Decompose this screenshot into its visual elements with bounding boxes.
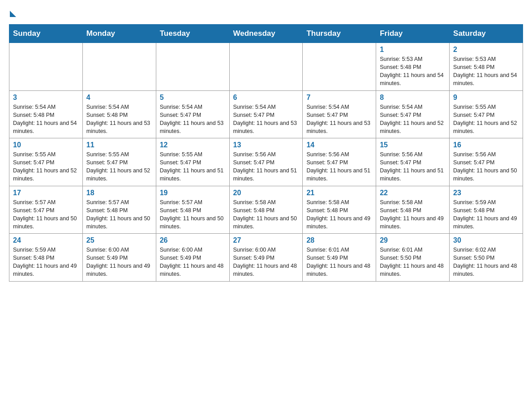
calendar-cell: 2Sunrise: 5:53 AMSunset: 5:48 PMDaylight… — [450, 43, 523, 91]
calendar-cell — [156, 43, 229, 91]
calendar-cell: 3Sunrise: 5:54 AMSunset: 5:48 PMDaylight… — [9, 90, 83, 138]
calendar-cell: 13Sunrise: 5:56 AMSunset: 5:47 PMDayligh… — [229, 138, 303, 186]
day-number: 25 — [86, 236, 152, 244]
day-number: 10 — [13, 141, 79, 149]
weekday-header-tuesday: Tuesday — [156, 25, 229, 43]
week-row-4: 17Sunrise: 5:57 AMSunset: 5:47 PMDayligh… — [9, 186, 523, 234]
day-info: Sunrise: 5:55 AMSunset: 5:47 PMDaylight:… — [453, 103, 519, 136]
day-number: 26 — [160, 236, 226, 244]
day-number: 24 — [13, 236, 79, 244]
day-info: Sunrise: 6:00 AMSunset: 5:49 PMDaylight:… — [233, 246, 299, 278]
calendar-cell: 28Sunrise: 6:01 AMSunset: 5:49 PMDayligh… — [303, 234, 376, 282]
day-number: 21 — [306, 189, 372, 197]
weekday-header-thursday: Thursday — [303, 25, 376, 43]
day-info: Sunrise: 6:00 AMSunset: 5:49 PMDaylight:… — [160, 246, 226, 278]
calendar-cell: 27Sunrise: 6:00 AMSunset: 5:49 PMDayligh… — [229, 234, 303, 282]
day-info: Sunrise: 6:01 AMSunset: 5:49 PMDaylight:… — [306, 246, 372, 278]
week-row-2: 3Sunrise: 5:54 AMSunset: 5:48 PMDaylight… — [9, 90, 523, 138]
day-number: 22 — [380, 189, 446, 197]
logo — [9, 9, 16, 17]
calendar-table: SundayMondayTuesdayWednesdayThursdayFrid… — [9, 24, 523, 282]
day-info: Sunrise: 5:56 AMSunset: 5:47 PMDaylight:… — [306, 150, 372, 183]
calendar-cell: 1Sunrise: 5:53 AMSunset: 5:48 PMDaylight… — [376, 43, 450, 91]
calendar-cell: 18Sunrise: 5:57 AMSunset: 5:48 PMDayligh… — [82, 186, 156, 234]
week-row-3: 10Sunrise: 5:55 AMSunset: 5:47 PMDayligh… — [9, 138, 523, 186]
day-number: 14 — [306, 141, 372, 149]
day-number: 6 — [233, 94, 299, 102]
day-info: Sunrise: 5:54 AMSunset: 5:47 PMDaylight:… — [306, 103, 372, 136]
day-info: Sunrise: 5:57 AMSunset: 5:48 PMDaylight:… — [160, 198, 226, 231]
day-number: 4 — [86, 94, 152, 102]
calendar-cell: 10Sunrise: 5:55 AMSunset: 5:47 PMDayligh… — [9, 138, 83, 186]
day-info: Sunrise: 5:57 AMSunset: 5:48 PMDaylight:… — [86, 198, 152, 231]
day-info: Sunrise: 5:55 AMSunset: 5:47 PMDaylight:… — [86, 150, 152, 183]
day-info: Sunrise: 5:55 AMSunset: 5:47 PMDaylight:… — [160, 150, 226, 183]
day-number: 28 — [306, 236, 372, 244]
day-info: Sunrise: 5:58 AMSunset: 5:48 PMDaylight:… — [380, 198, 446, 231]
day-info: Sunrise: 5:58 AMSunset: 5:48 PMDaylight:… — [306, 198, 372, 231]
day-info: Sunrise: 5:53 AMSunset: 5:48 PMDaylight:… — [380, 55, 446, 88]
calendar-cell: 8Sunrise: 5:54 AMSunset: 5:47 PMDaylight… — [376, 90, 450, 138]
day-number: 19 — [160, 189, 226, 197]
day-info: Sunrise: 5:54 AMSunset: 5:48 PMDaylight:… — [86, 103, 152, 136]
day-info: Sunrise: 6:02 AMSunset: 5:50 PMDaylight:… — [453, 246, 519, 278]
day-number: 30 — [453, 236, 519, 244]
day-number: 3 — [13, 94, 79, 102]
day-info: Sunrise: 5:53 AMSunset: 5:48 PMDaylight:… — [453, 55, 519, 88]
weekday-header-friday: Friday — [376, 25, 450, 43]
day-number: 11 — [86, 141, 152, 149]
calendar-cell: 11Sunrise: 5:55 AMSunset: 5:47 PMDayligh… — [82, 138, 156, 186]
day-number: 9 — [453, 94, 519, 102]
day-info: Sunrise: 5:59 AMSunset: 5:48 PMDaylight:… — [453, 198, 519, 231]
day-info: Sunrise: 5:55 AMSunset: 5:47 PMDaylight:… — [13, 150, 79, 183]
calendar-cell: 16Sunrise: 5:56 AMSunset: 5:47 PMDayligh… — [450, 138, 523, 186]
calendar-cell: 20Sunrise: 5:58 AMSunset: 5:48 PMDayligh… — [229, 186, 303, 234]
calendar-cell: 5Sunrise: 5:54 AMSunset: 5:47 PMDaylight… — [156, 90, 229, 138]
day-number: 20 — [233, 189, 299, 197]
day-info: Sunrise: 6:00 AMSunset: 5:49 PMDaylight:… — [86, 246, 152, 278]
calendar-cell: 14Sunrise: 5:56 AMSunset: 5:47 PMDayligh… — [303, 138, 376, 186]
day-number: 17 — [13, 189, 79, 197]
day-info: Sunrise: 5:59 AMSunset: 5:48 PMDaylight:… — [13, 246, 79, 278]
calendar-cell: 4Sunrise: 5:54 AMSunset: 5:48 PMDaylight… — [82, 90, 156, 138]
calendar-cell: 6Sunrise: 5:54 AMSunset: 5:47 PMDaylight… — [229, 90, 303, 138]
day-info: Sunrise: 5:54 AMSunset: 5:47 PMDaylight:… — [233, 103, 299, 136]
day-info: Sunrise: 5:54 AMSunset: 5:47 PMDaylight:… — [380, 103, 446, 136]
day-number: 13 — [233, 141, 299, 149]
calendar-cell — [82, 43, 156, 91]
logo-arrow-icon — [10, 11, 16, 17]
calendar-cell: 15Sunrise: 5:56 AMSunset: 5:47 PMDayligh… — [376, 138, 450, 186]
day-number: 27 — [233, 236, 299, 244]
calendar-cell: 19Sunrise: 5:57 AMSunset: 5:48 PMDayligh… — [156, 186, 229, 234]
calendar-cell: 24Sunrise: 5:59 AMSunset: 5:48 PMDayligh… — [9, 234, 83, 282]
calendar-cell — [9, 43, 83, 91]
day-info: Sunrise: 5:56 AMSunset: 5:47 PMDaylight:… — [233, 150, 299, 183]
day-number: 29 — [380, 236, 446, 244]
calendar-cell: 23Sunrise: 5:59 AMSunset: 5:48 PMDayligh… — [450, 186, 523, 234]
calendar-header-row: SundayMondayTuesdayWednesdayThursdayFrid… — [9, 25, 523, 43]
calendar-cell: 26Sunrise: 6:00 AMSunset: 5:49 PMDayligh… — [156, 234, 229, 282]
weekday-header-wednesday: Wednesday — [229, 25, 303, 43]
calendar-cell: 29Sunrise: 6:01 AMSunset: 5:50 PMDayligh… — [376, 234, 450, 282]
day-number: 23 — [453, 189, 519, 197]
day-info: Sunrise: 6:01 AMSunset: 5:50 PMDaylight:… — [380, 246, 446, 278]
day-info: Sunrise: 5:56 AMSunset: 5:47 PMDaylight:… — [380, 150, 446, 183]
weekday-header-monday: Monday — [82, 25, 156, 43]
day-number: 15 — [380, 141, 446, 149]
calendar-cell — [229, 43, 303, 91]
day-info: Sunrise: 5:57 AMSunset: 5:47 PMDaylight:… — [13, 198, 79, 231]
calendar-cell: 9Sunrise: 5:55 AMSunset: 5:47 PMDaylight… — [450, 90, 523, 138]
day-number: 5 — [160, 94, 226, 102]
page-header — [9, 9, 523, 17]
calendar-cell: 17Sunrise: 5:57 AMSunset: 5:47 PMDayligh… — [9, 186, 83, 234]
day-info: Sunrise: 5:54 AMSunset: 5:47 PMDaylight:… — [160, 103, 226, 136]
calendar-cell: 21Sunrise: 5:58 AMSunset: 5:48 PMDayligh… — [303, 186, 376, 234]
day-number: 16 — [453, 141, 519, 149]
day-number: 8 — [380, 94, 446, 102]
day-number: 1 — [380, 46, 446, 54]
calendar-cell — [303, 43, 376, 91]
calendar-cell: 30Sunrise: 6:02 AMSunset: 5:50 PMDayligh… — [450, 234, 523, 282]
weekday-header-sunday: Sunday — [9, 25, 83, 43]
day-number: 2 — [453, 46, 519, 54]
day-info: Sunrise: 5:58 AMSunset: 5:48 PMDaylight:… — [233, 198, 299, 231]
